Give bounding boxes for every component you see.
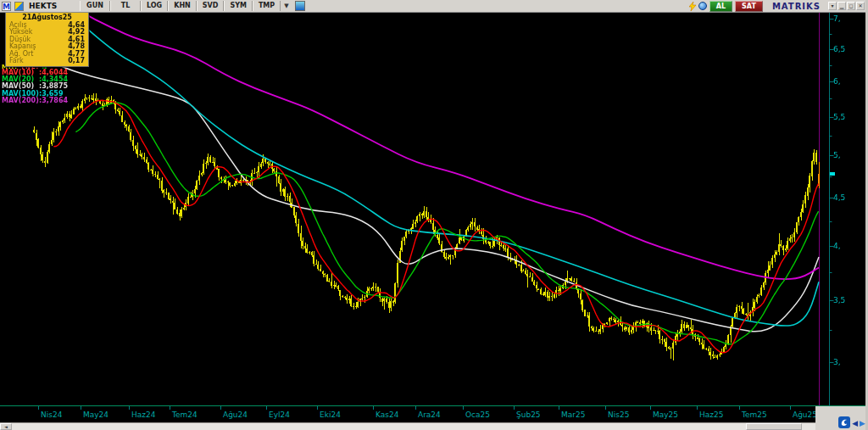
x-tick [415,406,416,410]
sell-button[interactable]: SAT [735,1,763,12]
change-label: Fark [9,58,24,64]
window-controls: ▾▁◻✕ [828,2,865,10]
toolbar-button-gun[interactable]: GUN [80,1,110,11]
y-tick-label: 3,5 [833,296,845,304]
x-tick-label: Haz24 [131,410,155,419]
x-tick-label: Eki24 [320,410,341,419]
x-tick-label: Haz25 [699,410,723,419]
x-tick-label: Ara24 [418,410,441,419]
x-tick [170,406,170,410]
toolbar-button-log[interactable]: LOG [141,1,168,11]
matriks-logo: MATRIKS [772,2,821,11]
x-tick [697,406,698,410]
toolbar-button-tl[interactable]: TL [110,1,141,11]
x-tick [514,406,515,410]
x-tick-label: Tem25 [742,410,767,419]
buy-button[interactable]: AL [709,1,732,12]
globe-icon[interactable] [698,2,707,10]
scroll-left-button[interactable]: ◄ [0,423,12,430]
x-tick [790,406,791,410]
y-tick-label: 4,5 [833,193,845,202]
caret-icon[interactable]: ▾ [828,2,837,10]
x-tick-label: May25 [653,410,678,419]
bottom-right-corner: ◀ ▶ [815,406,868,430]
quote-tooltip: 21Ağustos25 Açılış4,64 Yüksek4,92 Düşük4… [5,12,89,67]
x-tick [559,406,559,410]
x-tick [317,406,318,410]
x-tick [739,406,740,410]
y-tick-label: 5,5 [833,113,845,121]
x-axis-bar: Nis24May24Haz24Tem24Ağu24Eyl24Eki24Kas24… [0,406,815,422]
x-tick-label: Ağu24 [223,410,248,419]
mav-legend: MAV(10):4,6044 MAV(20):4,3454 MAV(50):3,… [2,70,68,104]
toolbar-button-khn[interactable]: KHN [168,1,197,11]
minimize-button[interactable]: ▁ [837,2,846,10]
x-tick-label: Şub25 [516,410,541,419]
horizontal-scrollbar[interactable]: ◄ [0,422,815,430]
nav-next-icon[interactable]: ▶ [860,419,865,428]
y-tick-label: 5, [833,151,841,159]
matriks-swirl-icon[interactable] [838,416,850,428]
x-tick [373,406,374,410]
restore-button[interactable]: ◻ [847,2,855,10]
matriks-m-icon[interactable]: M [2,2,11,11]
change-value: 0,17 [68,58,85,64]
lightning-icon[interactable] [689,2,696,11]
x-tick [650,406,651,410]
x-tick [463,406,464,410]
matriks-chart-window: M HEKTS GUNTLLOGKHNSVDSYMTMP ▼ AL SAT MA… [0,0,868,430]
x-tick-label: Tem24 [172,410,198,419]
x-tick-label: Nis24 [41,410,62,419]
toolbar-buttons: GUNTLLOGKHNSVDSYMTMP [80,1,281,11]
y-tick-label: 3, [833,358,841,366]
toolbar-button-svd[interactable]: SVD [197,1,225,11]
x-tick [81,406,81,410]
x-tick-label: Mar25 [561,410,585,419]
x-tick [129,406,130,410]
toolbar-right: AL SAT MATRIKS ▾▁◻✕ [689,1,868,12]
indicator-icon[interactable] [295,1,305,11]
y-tick-label: 7, [833,14,841,23]
toolbar: M HEKTS GUNTLLOGKHNSVDSYMTMP ▼ AL SAT MA… [0,0,868,13]
chart-type-icon[interactable] [14,2,24,11]
nav-prev-icon[interactable]: ◀ [852,419,858,428]
y-tick-label: 6,5 [833,45,845,53]
x-tick [605,406,606,410]
x-tick-label: May24 [83,410,108,419]
scrollbar-thumb[interactable] [746,423,802,430]
y-tick-label: 6, [833,77,841,86]
y-tick-label: 4, [833,242,841,250]
x-tick [266,406,267,410]
toolbar-button-tmp[interactable]: TMP [253,1,281,11]
x-tick [220,406,221,410]
price-chart[interactable] [0,0,868,430]
x-tick-label: Ağu25 [793,410,817,419]
symbol-field[interactable]: HEKTS [29,2,73,10]
x-tick-label: Oca25 [465,410,490,419]
chevron-down-icon[interactable]: ▼ [281,3,292,9]
x-tick-label: Eyl24 [269,410,290,419]
close-button[interactable]: ✕ [856,2,865,10]
toolbar-button-sym[interactable]: SYM [224,1,253,11]
x-tick [38,406,39,410]
x-tick-label: Kas24 [376,410,398,419]
x-tick-label: Nis25 [608,410,629,419]
mav200-row: MAV(200):3,7864 [2,98,68,104]
